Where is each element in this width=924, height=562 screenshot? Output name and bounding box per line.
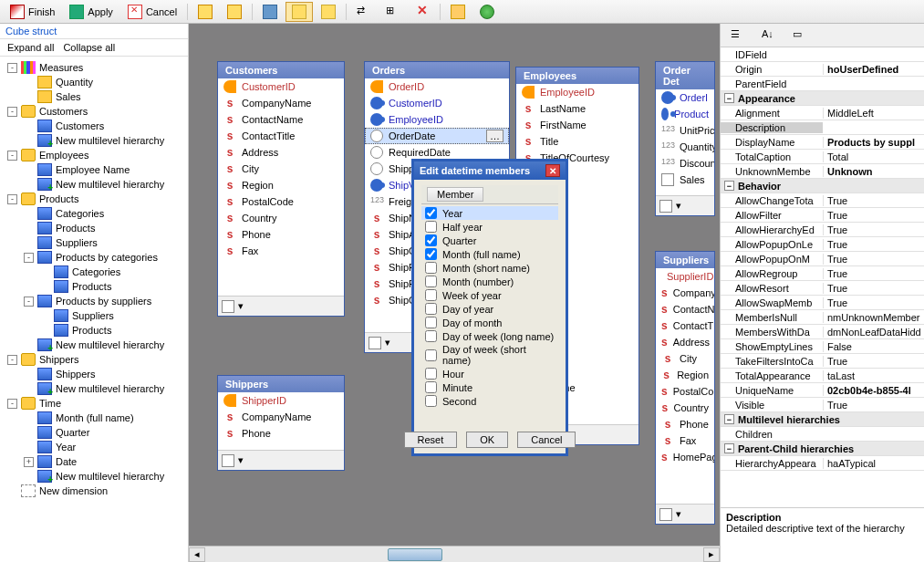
property-row[interactable]: AllowResortTrue [721, 281, 924, 296]
entity-field[interactable]: sAddress [218, 144, 344, 161]
property-row[interactable]: Description [721, 120, 924, 135]
entity-field[interactable]: OrderID [365, 78, 509, 95]
category-toggle[interactable]: − [724, 181, 734, 191]
entity-field[interactable]: 123Quantity [656, 139, 714, 155]
tree-toggle[interactable]: - [7, 151, 17, 161]
entity-field[interactable]: OrderI [656, 89, 714, 106]
entity-shippers[interactable]: ShippersShipperIDsCompanyNamesPhone▾ [217, 375, 345, 471]
dropdown-icon[interactable]: ▾ [238, 454, 244, 466]
member-checkbox[interactable] [425, 289, 437, 301]
tree-node[interactable]: Employee Name [2, 162, 186, 177]
tree-node[interactable]: Suppliers [2, 235, 186, 250]
dropdown-icon[interactable]: ▾ [676, 508, 681, 520]
tree-node[interactable]: Month (full name) [2, 411, 186, 425]
member-checkbox[interactable] [425, 330, 437, 342]
redo-button[interactable] [221, 2, 248, 22]
member-checkbox[interactable] [425, 317, 437, 328]
member-item[interactable]: Month (full name) [421, 247, 558, 261]
property-row[interactable]: AllowRegroupTrue [721, 266, 924, 281]
table-icon[interactable] [659, 508, 672, 521]
property-value[interactable]: Products by suppl [823, 137, 924, 148]
cancel-button[interactable]: Cancel [517, 432, 576, 448]
entity-field[interactable]: sLastName [516, 100, 638, 117]
table-icon[interactable] [222, 300, 234, 313]
property-row[interactable]: UnknownMembeUnknown [721, 164, 924, 179]
member-item[interactable]: Day of month [421, 316, 558, 329]
property-category[interactable]: −Parent-Child hierarchies [721, 442, 924, 456]
entity-field[interactable]: Sales [656, 172, 714, 188]
entity-field[interactable]: 123UnitPric [656, 122, 714, 139]
property-row[interactable]: IDField [721, 47, 924, 62]
property-value[interactable]: True [823, 297, 924, 308]
property-row[interactable]: ParentField [721, 77, 924, 91]
notes-button[interactable] [444, 2, 472, 22]
toolbtn-5[interactable]: ⊞ [379, 2, 407, 22]
member-item[interactable]: Month (number) [421, 275, 558, 288]
tree-node[interactable]: Products [2, 221, 186, 235]
property-value[interactable]: True [823, 283, 924, 294]
member-item[interactable]: Day of year [421, 302, 558, 316]
property-value[interactable]: False [823, 341, 924, 352]
property-value[interactable]: True [823, 254, 924, 265]
tree-node[interactable]: Quantity [2, 75, 186, 89]
entity-field[interactable]: EmployeeID [516, 84, 638, 100]
tree-toggle[interactable]: - [7, 399, 17, 409]
tree-node[interactable]: Year [2, 440, 186, 454]
member-checkbox[interactable] [425, 207, 437, 219]
entity-field[interactable]: sContactN [656, 301, 714, 317]
web-button[interactable] [473, 2, 501, 22]
entity-field[interactable]: sContactName [218, 111, 344, 128]
entity-field[interactable]: SupplierID [656, 268, 714, 285]
entity-header[interactable]: Shippers [218, 376, 344, 392]
entity-field[interactable]: sPhone [218, 226, 344, 243]
delete-button[interactable] [409, 2, 436, 22]
property-row[interactable]: HierarchyAppearahaATypical [721, 456, 924, 471]
tree-node[interactable]: New multilevel hierarchy [2, 338, 186, 352]
property-row[interactable]: UniqueName02cb0b4e-b855-4l [721, 383, 924, 398]
property-category[interactable]: −Multilevel hierarchies [721, 412, 924, 427]
entity-field[interactable]: sContactTitle [218, 128, 344, 144]
member-item[interactable]: Quarter [421, 234, 558, 247]
toolbtn-4[interactable]: ⇄ [350, 2, 378, 22]
tree-node[interactable]: Quarter [2, 425, 186, 440]
property-row[interactable]: ShowEmptyLinesFalse [721, 339, 924, 354]
property-value[interactable]: haATypical [823, 458, 924, 469]
entity-field[interactable]: sCompanyName [218, 409, 344, 425]
cancel-button[interactable]: Cancel [121, 2, 183, 22]
entity-field[interactable]: 123Discoun [656, 155, 714, 172]
tree-node[interactable]: Shippers [2, 367, 186, 381]
tree-node[interactable]: New multilevel hierarchy [2, 469, 186, 484]
ellipsis-button[interactable]: … [486, 130, 504, 142]
member-checkbox[interactable] [425, 381, 437, 393]
toolbtn-2[interactable] [286, 2, 313, 22]
member-item[interactable]: Day of week (long name) [421, 329, 558, 343]
tree-node[interactable]: -Shippers [2, 352, 186, 367]
alphabetical-button[interactable]: A↓ [755, 26, 783, 46]
tree-node[interactable]: Categories [2, 265, 186, 279]
property-row[interactable]: AllowChangeTotaTrue [721, 193, 924, 208]
member-item[interactable]: Hour [421, 367, 558, 380]
entity-field[interactable]: sAddress [656, 334, 714, 350]
tree-node[interactable]: New multilevel hierarchy [2, 381, 186, 396]
member-checkbox[interactable] [425, 303, 437, 315]
entity-field[interactable]: sRegion [218, 177, 344, 193]
property-value[interactable]: True [823, 400, 924, 411]
dropdown-icon[interactable]: ▾ [238, 300, 244, 312]
property-value[interactable]: True [823, 356, 924, 367]
entity-field[interactable]: sCountry [218, 210, 344, 226]
tree-toggle[interactable]: - [24, 253, 34, 263]
entity-field[interactable]: sFirstName [516, 117, 638, 133]
tree-toggle[interactable]: - [24, 297, 34, 307]
entity-field[interactable]: sCity [656, 350, 714, 367]
property-value[interactable]: taLast [823, 370, 924, 381]
member-item[interactable]: Minute [421, 380, 558, 394]
property-value[interactable]: Total [823, 151, 924, 162]
property-row[interactable]: AllowPopupOnLeTrue [721, 237, 924, 252]
property-value[interactable]: True [823, 195, 924, 206]
tree-node[interactable]: +Date [2, 454, 186, 469]
entity-suppliers[interactable]: SuppliersSupplierIDsCompanysContactNsCon… [655, 251, 715, 525]
tree-toggle[interactable]: - [7, 63, 17, 73]
entity-field[interactable]: CustomerID [218, 78, 344, 95]
member-checkbox[interactable] [425, 276, 437, 287]
entity-orderdetails[interactable]: Order DetOrderIProduct123UnitPric123Quan… [655, 61, 715, 216]
